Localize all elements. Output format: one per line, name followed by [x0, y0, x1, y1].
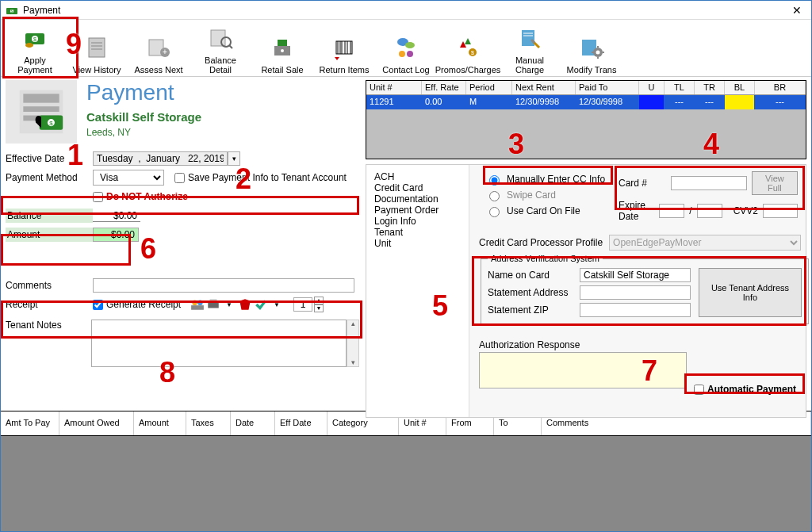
- col-unit[interactable]: Unit #: [366, 81, 422, 94]
- generate-receipt-checkbox[interactable]: Generate Receipt: [93, 299, 181, 310]
- save-payment-info-checkbox[interactable]: Save Payment Info to Tenant Account: [170, 170, 350, 186]
- app-icon: $: [6, 4, 18, 17]
- avs-name-input[interactable]: [580, 268, 691, 282]
- col-rate[interactable]: Eff. Rate: [422, 81, 466, 94]
- svg-rect-44: [23, 94, 59, 102]
- exp-month-input[interactable]: [659, 204, 684, 218]
- receipt-copies-input[interactable]: [293, 297, 312, 312]
- col-br[interactable]: BR: [755, 81, 806, 94]
- lcol-date[interactable]: Date: [231, 411, 275, 435]
- tab-ach[interactable]: ACH: [374, 171, 461, 182]
- receipt-print-menu-icon[interactable]: ▼: [222, 297, 236, 312]
- tab-documentation[interactable]: Documentation: [374, 193, 461, 205]
- tenant-name: Catskill Self Storage: [86, 110, 201, 124]
- apply-payment-icon: $: [21, 24, 49, 52]
- col-tr[interactable]: TR: [695, 81, 725, 94]
- effective-date-input[interactable]: [93, 151, 228, 166]
- col-u[interactable]: U: [639, 81, 665, 94]
- svg-point-38: [596, 51, 600, 55]
- avs-addr-input[interactable]: [580, 285, 691, 300]
- tb-view-history[interactable]: View History: [71, 33, 123, 75]
- unit-row[interactable]: 11291 0.00 M 12/30/9998 12/30/9998 --- -…: [366, 95, 806, 109]
- svg-line-16: [229, 45, 232, 48]
- lcol-amount-owed[interactable]: Amount Owed: [59, 411, 134, 435]
- cell-bl: [725, 95, 755, 109]
- cell-tl: ---: [665, 95, 695, 109]
- unit-grid: Unit # Eff. Rate Period Next Rent Paid T…: [366, 80, 806, 159]
- radio-swipe-card[interactable]: Swipe Card: [485, 187, 605, 203]
- receipt-people-icon[interactable]: [190, 297, 205, 312]
- do-not-authorize-checkbox[interactable]: Do NOT Authorize: [93, 191, 188, 202]
- receipt-confirm-icon[interactable]: [254, 297, 268, 312]
- automatic-payment-input[interactable]: [694, 385, 704, 395]
- auth-resp-label: Authorization Response: [479, 339, 687, 350]
- tab-unit[interactable]: Unit: [374, 238, 461, 249]
- tb-apply-payment[interactable]: $ Apply Payment: [9, 24, 61, 75]
- svg-text:+: +: [163, 48, 167, 56]
- tb-label: Balance Detail: [194, 55, 247, 75]
- payment-method-select[interactable]: Visa: [93, 170, 164, 186]
- card-number-input[interactable]: [671, 176, 747, 190]
- exp-year-input[interactable]: [697, 204, 722, 218]
- use-tenant-address-button[interactable]: Use Tenant Address Info: [699, 268, 802, 317]
- tab-tenant[interactable]: Tenant: [374, 227, 461, 238]
- lcol-taxes[interactable]: Taxes: [186, 411, 231, 435]
- tb-assess-next[interactable]: + Assess Next: [132, 33, 185, 75]
- comments-input[interactable]: [93, 278, 354, 293]
- tab-credit-card[interactable]: Credit Card: [374, 182, 461, 193]
- tenant-notes-input[interactable]: [91, 320, 347, 367]
- card-num-label: Card #: [619, 178, 666, 189]
- save-payment-info-input[interactable]: [174, 173, 185, 183]
- tb-modify-trans[interactable]: Modify Trans: [565, 33, 618, 75]
- svg-rect-52: [191, 305, 204, 310]
- view-full-button[interactable]: View Full: [752, 171, 798, 195]
- tb-balance-detail[interactable]: Balance Detail: [194, 24, 247, 75]
- col-nextrent[interactable]: Next Rent: [512, 81, 576, 94]
- tb-promos-charges[interactable]: $ Promos/Charges: [442, 33, 494, 75]
- svg-point-30: [407, 51, 413, 57]
- avs-zip-input[interactable]: [580, 303, 691, 317]
- tb-return-items[interactable]: Return Items: [318, 33, 370, 75]
- radio-card-on-file[interactable]: Use Card On File: [485, 203, 605, 219]
- right-column: Unit # Eff. Rate Period Next Rent Paid T…: [366, 77, 811, 411]
- tb-label: Apply Payment: [9, 55, 61, 75]
- effective-date-label: Effective Date: [6, 153, 93, 164]
- tab-login-info[interactable]: Login Info: [374, 216, 461, 227]
- tb-label: Modify Trans: [567, 65, 617, 75]
- svg-rect-53: [208, 302, 219, 308]
- receipt-delete-icon[interactable]: [238, 297, 252, 312]
- generate-receipt-input[interactable]: [93, 300, 103, 310]
- radio-manual-cc[interactable]: Manually Enter CC Info: [485, 171, 605, 187]
- copies-up-icon[interactable]: ▲: [314, 297, 324, 304]
- lcol-amount[interactable]: Amount: [134, 411, 186, 435]
- receipt-confirm-menu-icon[interactable]: ▼: [270, 297, 284, 312]
- lcol-amt-to-pay[interactable]: Amt To Pay: [1, 411, 59, 435]
- tab-payment-order[interactable]: Payment Order: [374, 205, 461, 216]
- calendar-dropdown-icon[interactable]: ▾: [228, 151, 240, 166]
- svg-point-50: [192, 300, 197, 305]
- cell-u: [639, 95, 665, 109]
- main-toolbar: $ Apply Payment View History + Assess Ne…: [1, 20, 811, 77]
- do-not-authorize-input[interactable]: [93, 192, 103, 202]
- tb-contact-log[interactable]: Contact Log: [380, 33, 432, 75]
- lcol-effdate[interactable]: Eff Date: [275, 411, 327, 435]
- col-bl[interactable]: BL: [725, 81, 755, 94]
- close-icon[interactable]: ✕: [787, 4, 806, 17]
- col-period[interactable]: Period: [466, 81, 512, 94]
- ccpp-select[interactable]: OpenEdgePayMover: [609, 235, 801, 251]
- page-title: Payment: [86, 80, 201, 105]
- avs-legend: Address Verification System: [488, 254, 603, 263]
- tb-retail-sale[interactable]: Retail Sale: [256, 33, 308, 75]
- assess-next-icon: +: [144, 33, 173, 62]
- col-tl[interactable]: TL: [665, 81, 695, 94]
- expire-label: Expire Date: [619, 200, 654, 222]
- automatic-payment-checkbox[interactable]: Automatic Payment: [689, 381, 801, 398]
- amount-input[interactable]: [93, 228, 139, 242]
- content-area: $ Payment Catskill Self Storage Leeds, N…: [1, 77, 811, 411]
- copies-down-icon[interactable]: ▼: [314, 304, 324, 312]
- tb-manual-charge[interactable]: Manual Charge: [504, 24, 556, 75]
- cvv-input[interactable]: [763, 204, 798, 218]
- col-paidto[interactable]: Paid To: [576, 81, 639, 94]
- receipt-print-icon[interactable]: [206, 297, 220, 312]
- tenant-notes-scrollbar[interactable]: ▴▾: [347, 320, 359, 367]
